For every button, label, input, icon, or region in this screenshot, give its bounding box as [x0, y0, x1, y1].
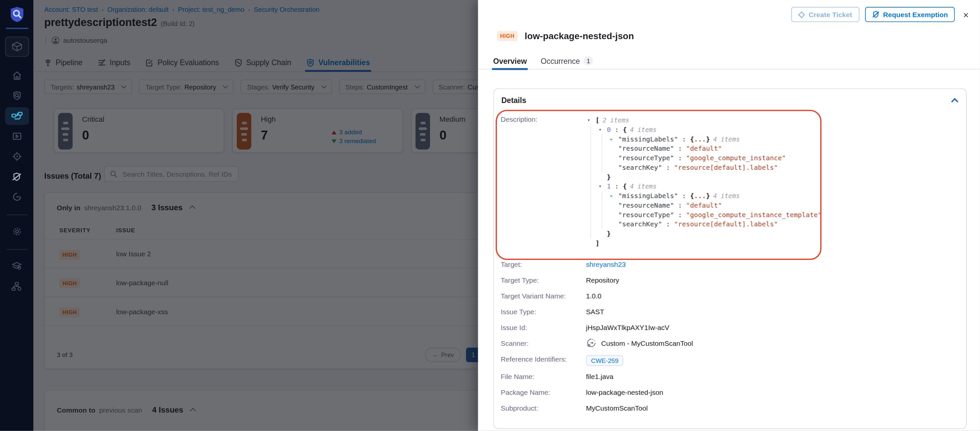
issue-details-drawer: Create Ticket Request Exemption × HIGH l… [478, 0, 980, 431]
sidebar-divider [6, 214, 27, 215]
occurrence-count-badge: 1 [584, 56, 593, 66]
severity-badge: HIGH [497, 31, 518, 41]
home-icon[interactable] [5, 67, 29, 84]
executions-icon[interactable] [5, 127, 29, 145]
collapsed-arrow-icon[interactable]: ▸ [610, 134, 613, 144]
field-scanner: Scanner: Custom - MyCustomScanTool [501, 339, 960, 349]
target-link[interactable]: shreyansh23 [586, 261, 626, 268]
tab-overview[interactable]: Overview [493, 53, 527, 69]
ticket-diamond-icon [798, 11, 805, 18]
details-heading: Details [501, 96, 526, 105]
exemptions-icon[interactable] [5, 168, 29, 185]
tab-occurrence[interactable]: Occurrence 1 [541, 53, 593, 69]
expand-arrow-icon[interactable]: ▾ [599, 125, 601, 135]
exemption-shield-slash-icon [872, 11, 879, 18]
field-package-name: Package Name: low-package-nested-json [501, 388, 960, 398]
sidebar-divider [6, 249, 27, 250]
field-subproduct: Subproduct: MyCustomScanTool [501, 404, 960, 413]
collapse-chevron-up-icon[interactable] [951, 98, 958, 105]
field-issue-type: Issue Type: SAST [501, 308, 960, 317]
sidebar-divider [5, 28, 28, 29]
field-reference-identifiers: Reference Identifiers: CWE-259 [501, 355, 960, 366]
cwe-tag[interactable]: CWE-259 [586, 355, 624, 366]
collapsed-arrow-icon[interactable]: ▸ [610, 191, 613, 201]
details-card: Details Description: ▾[2 items ▾0 : {4 i… [493, 88, 967, 429]
ticket-settings-icon[interactable] [5, 188, 29, 206]
request-exemption-button[interactable]: Request Exemption [865, 7, 955, 22]
field-issue-id: Issue Id: jHspJaWxTlkpAXY1Iw-acV [501, 324, 960, 333]
description-row: Description: ▾[2 items ▾0 : {4 items ▸"m… [501, 116, 822, 248]
close-icon[interactable]: × [963, 10, 969, 19]
overview-scan-icon[interactable] [5, 87, 29, 105]
governance-hierarchy-icon[interactable] [5, 278, 29, 295]
field-target-variant-name: Target Variant Name: 1.0.0 [501, 292, 960, 301]
harness-sto-logo-icon[interactable] [7, 5, 26, 24]
json-tree-viewer[interactable]: ▾[2 items ▾0 : {4 items ▸"missingLabels"… [586, 116, 822, 248]
app-viewport: Account: STO test › Organization: defaul… [0, 0, 980, 431]
drawer-tabs: Overview Occurrence 1 [478, 53, 980, 70]
default-settings-layers-icon[interactable] [5, 257, 29, 275]
field-target: Target: shreyansh23 [501, 261, 960, 269]
create-ticket-button[interactable]: Create Ticket [791, 7, 859, 22]
expand-arrow-icon[interactable]: ▾ [587, 116, 590, 125]
field-label: Description: [501, 116, 586, 248]
custom-scanner-icon [586, 338, 597, 349]
expand-arrow-icon[interactable]: ▾ [599, 182, 601, 191]
left-nav-sidebar [0, 0, 33, 431]
module-selector-icon[interactable] [5, 36, 29, 57]
settings-gear-icon[interactable] [5, 223, 29, 241]
detail-fields: Target: shreyansh23 Target Type: Reposit… [501, 261, 960, 420]
pipelines-icon[interactable] [5, 107, 29, 125]
issue-title: low-package-nested-json [525, 31, 634, 41]
test-targets-icon[interactable] [5, 148, 29, 165]
field-file-name: File Name: file1.java [501, 373, 960, 382]
field-target-type: Target Type: Repository [501, 276, 960, 285]
